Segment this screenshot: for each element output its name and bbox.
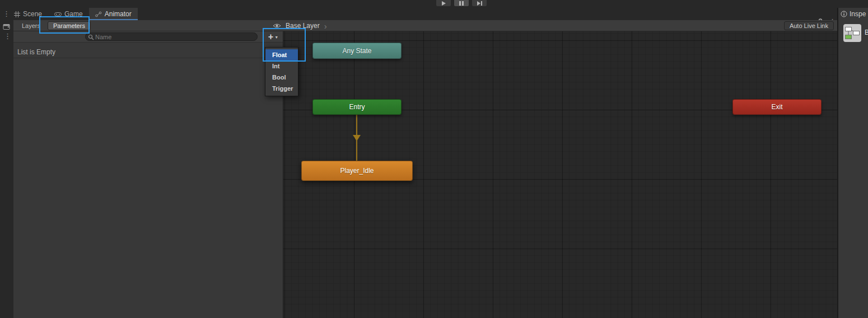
play-button[interactable] <box>436 0 451 6</box>
inspector-panel: Inspe B <box>838 8 868 318</box>
menu-item-trigger[interactable]: Trigger <box>265 83 298 94</box>
parameter-list-empty-label: List is Empty <box>17 48 55 56</box>
pause-button[interactable] <box>454 0 469 6</box>
menu-item-bool[interactable]: Bool <box>265 72 298 83</box>
dropdown-arrow-icon: ▼ <box>274 35 278 39</box>
tab-bar: Scene Game Animator ⋮ <box>0 8 868 20</box>
add-parameter-menu: Float Int Bool Trigger <box>265 47 298 96</box>
tab-animator-label: Animator <box>105 10 132 18</box>
panel-menu-icon[interactable]: ⋮ <box>4 32 11 40</box>
animator-controller-asset-icon <box>843 24 862 43</box>
parameters-tab-button[interactable]: Parameters <box>48 21 91 30</box>
menu-item-int[interactable]: Int <box>265 60 298 72</box>
tab-scene-label: Scene <box>23 10 42 18</box>
transport-strip <box>0 0 868 8</box>
play-icon <box>442 1 446 6</box>
layers-tab-button[interactable]: Layers <box>16 21 46 30</box>
animator-toolbar: Layers Parameters Base Layer › Auto Live… <box>13 20 838 31</box>
animator-icon <box>95 11 102 17</box>
state-node-entry[interactable]: Entry <box>312 99 402 115</box>
eye-icon[interactable] <box>273 23 281 29</box>
window-menu-icon[interactable]: ⋮ <box>3 10 10 17</box>
animator-graph-canvas[interactable]: Any State Entry Exit Player_Idle <box>283 31 838 318</box>
asset-name-label: B <box>865 29 868 36</box>
state-node-player-idle[interactable]: Player_Idle <box>301 161 413 181</box>
parameters-panel: + ▼ List is Empty <box>13 31 283 318</box>
search-icon <box>88 34 94 40</box>
tab-game[interactable]: Game <box>48 8 89 20</box>
list-divider <box>13 58 283 58</box>
breadcrumb-base-layer[interactable]: Base Layer <box>286 22 320 30</box>
menu-item-float[interactable]: Float <box>265 49 298 60</box>
breadcrumb: Base Layer › <box>273 20 327 31</box>
pause-icon <box>459 1 464 6</box>
state-node-any-state[interactable]: Any State <box>312 43 402 59</box>
unity-editor-window: Scene Game Animator ⋮ ⋮ ⋮ <box>0 0 868 318</box>
inspector-body: B <box>838 20 868 318</box>
state-node-exit[interactable]: Exit <box>732 99 822 115</box>
chevron-right-icon: › <box>324 22 327 30</box>
tab-game-label: Game <box>64 10 83 18</box>
game-icon <box>54 12 62 17</box>
scene-icon <box>14 11 20 17</box>
tab-inspector[interactable]: Inspe <box>838 8 868 20</box>
transport-controls <box>436 0 487 6</box>
step-button[interactable] <box>472 0 487 6</box>
tab-animator[interactable]: Animator <box>89 8 138 20</box>
popout-panel-icon[interactable] <box>3 23 11 30</box>
add-parameter-button[interactable]: + ▼ <box>265 31 282 43</box>
auto-live-link-button[interactable]: Auto Live Link <box>784 21 834 30</box>
transition-arrowhead-icon <box>353 135 361 141</box>
tab-scene[interactable]: Scene <box>8 8 48 20</box>
info-icon <box>841 11 847 17</box>
step-icon <box>477 1 482 6</box>
plus-icon: + <box>268 32 273 41</box>
search-input[interactable] <box>95 34 257 40</box>
parameters-search-row: + ▼ <box>13 31 283 43</box>
tab-inspector-label: Inspe <box>850 10 866 18</box>
parameter-search-field[interactable] <box>85 32 258 41</box>
